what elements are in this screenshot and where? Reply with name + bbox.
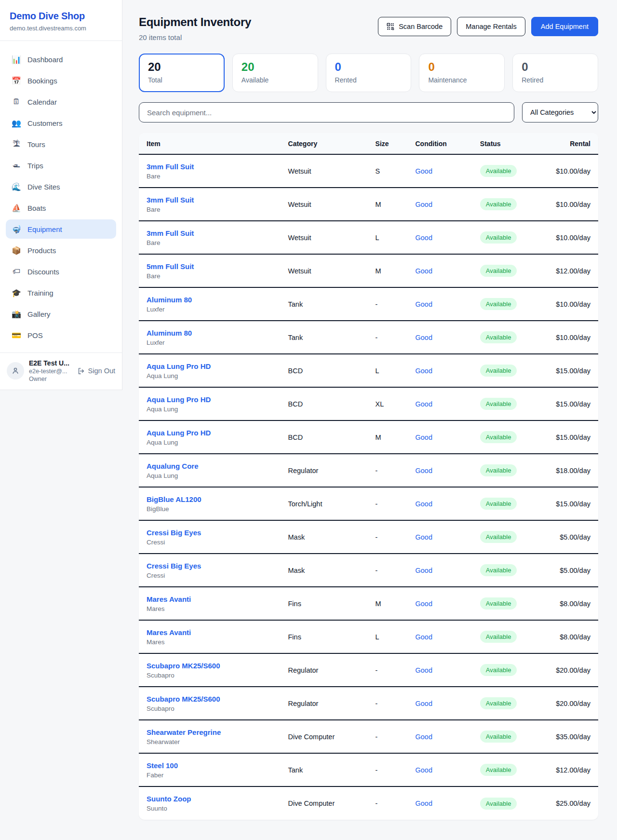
item-name-link[interactable]: Aqualung Core <box>147 462 273 470</box>
item-name-link[interactable]: Scubapro MK25/S600 <box>147 695 273 703</box>
item-condition-link[interactable]: Good <box>415 600 432 608</box>
item-condition-link[interactable]: Good <box>415 666 432 674</box>
item-brand: Cressi <box>147 572 273 579</box>
scan-barcode-label: Scan Barcode <box>399 23 443 30</box>
item-condition-link[interactable]: Good <box>415 700 432 707</box>
item-name-link[interactable]: 3mm Full Suit <box>147 196 273 204</box>
table-row: Cressi Big Eyes Cressi Mask - Good Avail… <box>139 554 598 587</box>
item-condition-link[interactable]: Good <box>415 467 432 474</box>
scan-barcode-button[interactable]: Scan Barcode <box>378 17 451 36</box>
stat-card-available[interactable]: 20 Available <box>232 54 318 92</box>
item-condition-link[interactable]: Good <box>415 500 432 508</box>
filters-row: All Categories <box>139 102 598 122</box>
item-rental-rate: $12.00/day <box>548 254 598 287</box>
item-name-link[interactable]: 3mm Full Suit <box>147 229 273 237</box>
item-condition-link[interactable]: Good <box>415 567 432 574</box>
item-condition-link[interactable]: Good <box>415 400 432 408</box>
item-name-link[interactable]: 5mm Full Suit <box>147 262 273 271</box>
item-size: - <box>368 554 408 587</box>
item-condition-link[interactable]: Good <box>415 799 432 807</box>
item-rental-rate: $8.00/day <box>548 587 598 620</box>
search-input[interactable] <box>139 102 514 122</box>
table-row: Aqua Lung Pro HD Aqua Lung BCD L Good Av… <box>139 354 598 387</box>
item-name-link[interactable]: Aqua Lung Pro HD <box>147 429 273 437</box>
stat-card-retired[interactable]: 0 Retired <box>512 54 598 92</box>
credit-card-icon: 💳 <box>12 331 21 340</box>
brand-domain: demo.test.divestreams.com <box>10 25 112 32</box>
item-rental-rate: $10.00/day <box>548 188 598 221</box>
wave-icon: 🌊 <box>12 182 21 191</box>
item-name-link[interactable]: Cressi Big Eyes <box>147 562 273 570</box>
item-name-link[interactable]: Suunto Zoop <box>147 795 273 803</box>
category-select[interactable]: All Categories <box>522 102 598 122</box>
stat-card-total[interactable]: 20 Total <box>139 54 225 92</box>
item-size: L <box>368 354 408 387</box>
item-condition-link[interactable]: Good <box>415 300 432 308</box>
sign-out-button[interactable]: Sign Out <box>77 367 115 375</box>
item-condition-link[interactable]: Good <box>415 766 432 774</box>
sidebar-item-dashboard[interactable]: 📊 Dashboard <box>6 50 116 69</box>
status-badge: Available <box>480 365 517 377</box>
item-condition-link[interactable]: Good <box>415 167 432 175</box>
item-condition-link[interactable]: Good <box>415 201 432 208</box>
item-name-link[interactable]: Aluminum 80 <box>147 296 273 304</box>
item-brand: Aqua Lung <box>147 406 273 413</box>
item-category: Mask <box>281 520 368 554</box>
item-condition-link[interactable]: Good <box>415 633 432 641</box>
item-name-link[interactable]: Shearwater Peregrine <box>147 728 273 736</box>
sidebar-item-dive-sites[interactable]: 🌊 Dive Sites <box>6 177 116 196</box>
page-heading-block: Equipment Inventory 20 items total <box>139 15 251 41</box>
item-condition-link[interactable]: Good <box>415 533 432 541</box>
item-name-link[interactable]: Scubapro MK25/S600 <box>147 662 273 670</box>
item-name-link[interactable]: Mares Avanti <box>147 595 273 603</box>
item-name-link[interactable]: Cressi Big Eyes <box>147 528 273 537</box>
status-badge: Available <box>480 697 517 709</box>
sidebar-item-discounts[interactable]: 🏷 Discounts <box>6 262 116 281</box>
stat-card-rented[interactable]: 0 Rented <box>326 54 412 92</box>
sidebar-item-products[interactable]: 📦 Products <box>6 241 116 260</box>
item-name-link[interactable]: Steel 100 <box>147 761 273 770</box>
package-icon: 📦 <box>12 246 21 255</box>
stat-value: 20 <box>241 60 309 74</box>
stat-value: 0 <box>428 60 496 74</box>
item-name-link[interactable]: Aluminum 80 <box>147 329 273 337</box>
add-equipment-button[interactable]: Add Equipment <box>531 17 598 36</box>
item-name-link[interactable]: Aqua Lung Pro HD <box>147 362 273 370</box>
item-condition-link[interactable]: Good <box>415 434 432 441</box>
sidebar-item-calendar[interactable]: 🗓 Calendar <box>6 92 116 111</box>
table-row: Aqua Lung Pro HD Aqua Lung BCD XL Good A… <box>139 387 598 420</box>
item-rental-rate: $8.00/day <box>548 620 598 653</box>
sidebar-item-pos[interactable]: 💳 POS <box>6 325 116 345</box>
item-name-link[interactable]: BigBlue AL1200 <box>147 495 273 503</box>
item-name-link[interactable]: Aqua Lung Pro HD <box>147 395 273 404</box>
camera-icon: 📸 <box>12 310 21 319</box>
stat-card-maintenance[interactable]: 0 Maintenance <box>419 54 505 92</box>
sidebar-item-training[interactable]: 🎓 Training <box>6 283 116 302</box>
manage-rentals-button[interactable]: Manage Rentals <box>457 17 525 36</box>
sidebar-item-bookings[interactable]: 📅 Bookings <box>6 71 116 90</box>
user-meta: E2E Test U... e2e-tester@... Owner <box>29 359 72 382</box>
stat-label: Maintenance <box>428 76 496 84</box>
item-name-link[interactable]: Mares Avanti <box>147 628 273 637</box>
status-badge: Available <box>480 331 517 343</box>
item-size: M <box>368 254 408 287</box>
column-header-status: Status <box>472 133 548 154</box>
sidebar-item-gallery[interactable]: 📸 Gallery <box>6 304 116 324</box>
sidebar-item-trips[interactable]: 🛥 Trips <box>6 156 116 175</box>
item-brand: Scubapro <box>147 672 273 679</box>
item-condition-link[interactable]: Good <box>415 334 432 341</box>
sidebar-item-equipment[interactable]: 🤿 Equipment <box>6 219 116 239</box>
sidebar-item-customers[interactable]: 👥 Customers <box>6 113 116 133</box>
item-condition-link[interactable]: Good <box>415 733 432 741</box>
status-badge: Available <box>480 631 517 643</box>
people-icon: 👥 <box>12 119 21 128</box>
item-condition-link[interactable]: Good <box>415 367 432 375</box>
sidebar-item-boats[interactable]: ⛵ Boats <box>6 198 116 217</box>
sidebar-item-tours[interactable]: 🏝 Tours <box>6 135 116 154</box>
sidebar-item-label: POS <box>27 331 43 339</box>
item-condition-link[interactable]: Good <box>415 267 432 275</box>
item-condition-link[interactable]: Good <box>415 234 432 242</box>
stat-label: Retired <box>522 76 589 84</box>
sidebar-item-label: Discounts <box>27 268 59 276</box>
item-name-link[interactable]: 3mm Full Suit <box>147 163 273 171</box>
